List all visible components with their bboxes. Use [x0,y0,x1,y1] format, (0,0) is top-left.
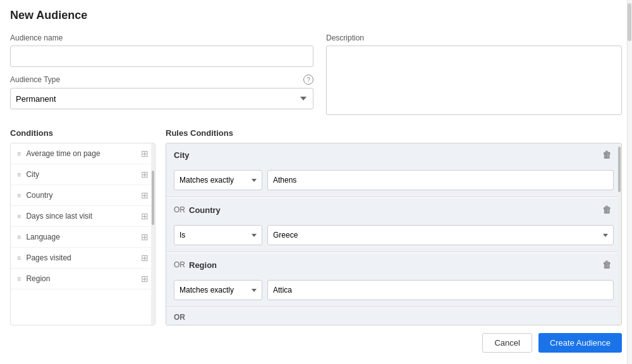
drag-icon: ≡ [17,171,21,178]
rules-content: City 🗑 Matches exactly Contains Starts w… [166,143,622,325]
audience-type-row: Audience Type ? [10,75,313,85]
right-top-fields: Description [326,33,622,117]
or-label-empty: OR [174,313,185,322]
create-audience-button[interactable]: Create Audience [538,333,622,353]
drag-icon: ≡ [17,255,21,262]
condition-label: Region [26,274,50,283]
condition-label: Language [26,233,59,241]
help-icon[interactable]: ? [303,75,313,85]
region-operator-select[interactable]: Matches exactly Contains Starts with End… [174,280,262,300]
condition-label: Average time on page [26,149,100,158]
delete-country-rule-button[interactable]: 🗑 [600,203,614,216]
description-input[interactable] [326,46,622,115]
rule-block-empty: OR [166,308,621,325]
condition-item[interactable]: ≡ Pages visited ⊞ [11,248,155,269]
condition-label: City [26,170,39,179]
city-operator-select[interactable]: Matches exactly Contains Starts with End… [174,170,262,190]
or-label-region: OR [174,260,185,269]
or-label-country: OR [174,205,185,214]
rule-header-city: City 🗑 [166,143,621,166]
conditions-panel-title: Conditions [10,128,155,138]
add-to-rules-icon[interactable]: ⊞ [141,274,149,284]
conditions-list: ≡ Average time on page ⊞ ≡ City ⊞ ≡ Coun [10,143,155,325]
condition-label: Pages visited [26,253,71,262]
audience-type-select[interactable]: Permanent Session Temporary [10,88,313,109]
condition-label: Country [26,191,52,200]
rules-scrollbar-thumb[interactable] [618,147,621,192]
audience-type-field: Permanent Session Temporary [10,88,313,109]
drag-icon: ≡ [17,213,21,220]
delete-region-rule-button[interactable]: 🗑 [600,258,614,271]
rules-panel: Rules Conditions City 🗑 Matches exactly … [166,128,622,325]
bottom-section: Conditions ≡ Average time on page ⊞ ≡ Ci… [10,128,622,325]
city-value-input[interactable] [267,170,614,190]
rule-title-city: City [174,150,190,160]
rule-body-region: Matches exactly Contains Starts with End… [166,276,621,306]
delete-city-rule-button[interactable]: 🗑 [600,149,614,161]
rule-body-country: Is Is not Matches exactly Contains Greec… [166,221,621,252]
country-value-select[interactable]: Greece France Germany Italy Spain [267,225,614,245]
left-top-fields: Audience name Audience Type ? Permanent … [10,33,313,117]
audience-name-label: Audience name [10,33,313,42]
condition-label: Days since last visit [26,212,92,221]
rule-block-city: City 🗑 Matches exactly Contains Starts w… [166,143,621,197]
drag-icon: ≡ [17,192,21,199]
page-scrollbar [627,0,632,364]
page-title: New Audience [10,9,622,22]
drag-icon: ≡ [17,234,21,241]
rule-header-country: OR Country 🗑 [166,198,621,221]
description-label: Description [326,33,622,42]
cancel-button[interactable]: Cancel [482,333,532,353]
top-section: Audience name Audience Type ? Permanent … [10,33,622,117]
condition-item[interactable]: ≡ Average time on page ⊞ [11,143,155,164]
condition-item[interactable]: ≡ Language ⊞ [11,227,155,248]
add-to-rules-icon[interactable]: ⊞ [141,253,149,263]
add-to-rules-icon[interactable]: ⊞ [141,232,149,242]
conditions-panel: Conditions ≡ Average time on page ⊞ ≡ Ci… [10,128,155,325]
condition-item[interactable]: ≡ City ⊞ [11,164,155,185]
add-to-rules-icon[interactable]: ⊞ [141,149,149,159]
drag-icon: ≡ [17,276,21,282]
condition-item[interactable]: ≡ Days since last visit ⊞ [11,206,155,227]
scrollbar-thumb[interactable] [152,171,154,225]
add-to-rules-icon[interactable]: ⊞ [141,169,149,179]
rules-scrollbar-track [617,143,621,325]
rule-title-country: Country [189,205,221,215]
rules-panel-title: Rules Conditions [166,128,622,138]
audience-type-label: Audience Type [10,75,60,84]
rule-title-region: Region [189,260,217,270]
rule-header-region: OR Region 🗑 [166,253,621,276]
audience-name-input[interactable] [10,46,313,67]
country-operator-select[interactable]: Is Is not Matches exactly Contains [174,225,262,245]
rule-block-region: OR Region 🗑 Matches exactly Contains Sta… [166,253,621,307]
add-to-rules-icon[interactable]: ⊞ [141,211,149,221]
region-value-input[interactable] [267,280,614,300]
page-scrollbar-thumb[interactable] [628,3,631,41]
rule-block-country: OR Country 🗑 Is Is not Matches exactly C… [166,198,621,252]
drag-icon: ≡ [17,150,21,157]
footer-buttons: Cancel Create Audience [10,325,622,355]
add-to-rules-icon[interactable]: ⊞ [141,190,149,200]
page-container: New Audience Audience name Audience Type… [0,0,632,364]
rule-body-city: Matches exactly Contains Starts with End… [166,166,621,197]
scrollbar-track [151,143,155,325]
condition-item[interactable]: ≡ Country ⊞ [11,185,155,206]
condition-item[interactable]: ≡ Region ⊞ [11,269,155,289]
